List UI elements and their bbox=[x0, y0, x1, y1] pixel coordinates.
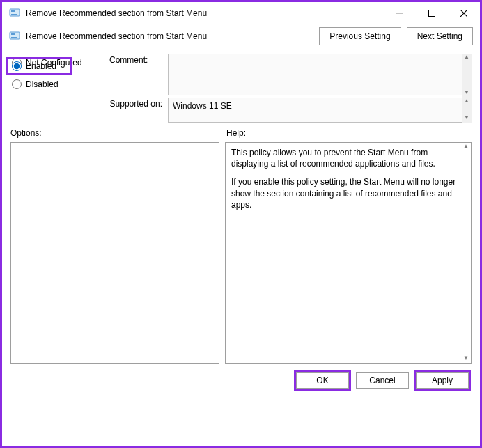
policy-icon bbox=[9, 31, 20, 42]
lower-headers: Options: Help: bbox=[2, 123, 480, 142]
close-button[interactable] bbox=[448, 2, 480, 24]
svg-rect-5 bbox=[429, 10, 435, 17]
radio-enabled-input[interactable] bbox=[12, 61, 22, 71]
svg-rect-3 bbox=[11, 14, 17, 15]
settings-area: Not Configured Comment: ▲ ▼ Enabled bbox=[2, 48, 480, 123]
radio-disabled[interactable]: Disabled bbox=[10, 75, 107, 93]
window-titlebar: Remove Recommended section from Start Me… bbox=[2, 2, 480, 24]
minimize-button[interactable] bbox=[384, 2, 416, 24]
window-title: Remove Recommended section from Start Me… bbox=[26, 8, 384, 18]
panes-row: This policy allows you to prevent the St… bbox=[2, 142, 480, 368]
policy-title-text: Remove Recommended section from Start Me… bbox=[26, 31, 207, 41]
scroll-up-icon: ▲ bbox=[461, 143, 471, 151]
help-scroll-icon: ▲ ▼ bbox=[461, 143, 471, 363]
supported-on-label: Supported on: bbox=[109, 98, 168, 123]
previous-setting-button[interactable]: Previous Setting bbox=[319, 27, 401, 45]
radio-disabled-label: Disabled bbox=[26, 79, 59, 89]
options-pane bbox=[10, 142, 219, 364]
supported-on-value: Windows 11 SE bbox=[168, 98, 472, 123]
radio-disabled-input[interactable] bbox=[12, 79, 22, 89]
scroll-down-icon: ▼ bbox=[461, 355, 471, 363]
help-pane: This policy allows you to prevent the St… bbox=[225, 142, 472, 364]
svg-rect-10 bbox=[11, 36, 17, 36]
svg-rect-11 bbox=[11, 37, 17, 38]
policy-header: Remove Recommended section from Start Me… bbox=[9, 31, 313, 42]
apply-button[interactable]: Apply bbox=[416, 372, 469, 389]
svg-rect-9 bbox=[11, 33, 15, 35]
next-setting-button[interactable]: Next Setting bbox=[407, 27, 473, 45]
radio-enabled-label: Enabled bbox=[26, 61, 56, 71]
dialog-button-row: OK Cancel Apply bbox=[2, 368, 480, 394]
help-label: Help: bbox=[226, 128, 246, 138]
ok-button[interactable]: OK bbox=[296, 372, 349, 389]
svg-rect-1 bbox=[11, 10, 15, 12]
app-icon bbox=[9, 8, 20, 19]
maximize-button[interactable] bbox=[416, 2, 448, 24]
help-paragraph-1: This policy allows you to prevent the St… bbox=[231, 147, 460, 169]
help-paragraph-2: If you enable this policy setting, the S… bbox=[231, 176, 460, 210]
cancel-button[interactable]: Cancel bbox=[356, 372, 409, 389]
svg-rect-2 bbox=[11, 13, 17, 13]
options-label: Options: bbox=[10, 128, 226, 138]
group-policy-dialog: Remove Recommended section from Start Me… bbox=[0, 0, 482, 448]
toolbar: Remove Recommended section from Start Me… bbox=[2, 24, 480, 48]
radio-enabled[interactable]: Enabled bbox=[6, 57, 72, 75]
